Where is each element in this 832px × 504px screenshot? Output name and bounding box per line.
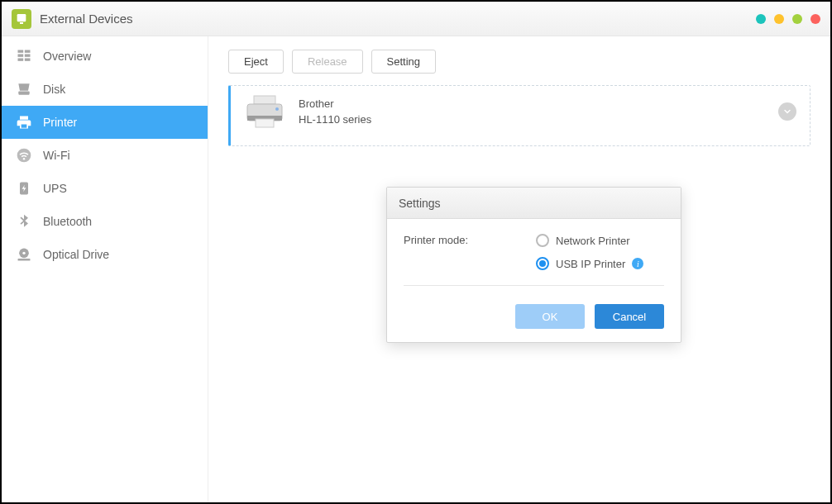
sidebar-item-overview[interactable]: Overview xyxy=(2,40,208,73)
svg-rect-7 xyxy=(25,59,31,61)
dialog-buttons: OK Cancel xyxy=(387,304,681,342)
printer-icon xyxy=(15,113,33,131)
sidebar-item-disk[interactable]: Disk xyxy=(2,73,208,106)
sidebar-item-label: Printer xyxy=(43,116,77,129)
sidebar-item-bluetooth[interactable]: Bluetooth xyxy=(2,205,208,238)
svg-rect-8 xyxy=(18,92,29,95)
wifi-icon xyxy=(15,146,33,164)
disk-icon xyxy=(15,80,33,98)
ok-button[interactable]: OK xyxy=(515,304,585,329)
radio-usb-ip-printer[interactable]: USB IP Printer i xyxy=(536,257,643,270)
device-text: Brother HL-1110 series xyxy=(299,97,778,126)
svg-point-14 xyxy=(22,252,25,254)
svg-rect-5 xyxy=(25,50,31,53)
bluetooth-icon xyxy=(15,212,33,231)
radio-icon xyxy=(536,257,549,270)
radio-label: Network Printer xyxy=(556,235,630,247)
sidebar-item-label: Disk xyxy=(43,83,65,96)
svg-rect-9 xyxy=(22,125,27,128)
device-card[interactable]: Brother HL-1110 series xyxy=(228,85,810,146)
svg-rect-6 xyxy=(25,55,31,57)
release-button[interactable]: Release xyxy=(292,50,363,74)
window-control-maximize[interactable] xyxy=(774,14,784,24)
svg-rect-16 xyxy=(254,96,275,104)
svg-rect-1 xyxy=(20,22,23,24)
dialog-body: Printer mode: Network Printer USB IP Pri… xyxy=(387,219,681,304)
sidebar-item-printer[interactable]: Printer xyxy=(2,106,208,139)
svg-rect-15 xyxy=(18,259,31,261)
app-window: External Devices Overview Disk Printer xyxy=(2,2,830,502)
overview-icon xyxy=(15,47,33,65)
svg-rect-2 xyxy=(18,50,24,53)
radio-network-printer[interactable]: Network Printer xyxy=(536,234,643,247)
svg-rect-0 xyxy=(17,14,26,21)
titlebar: External Devices xyxy=(2,2,830,36)
printer-mode-label: Printer mode: xyxy=(404,234,536,270)
radio-icon xyxy=(536,234,549,247)
window-control-fullscreen[interactable] xyxy=(792,14,802,24)
dialog-separator xyxy=(404,285,664,286)
window-controls xyxy=(756,14,820,24)
setting-button[interactable]: Setting xyxy=(371,50,436,74)
sidebar-item-wifi[interactable]: Wi-Fi xyxy=(2,139,208,172)
device-model: HL-1110 series xyxy=(299,113,778,126)
settings-dialog: Settings Printer mode: Network Printer U… xyxy=(386,187,681,343)
eject-button[interactable]: Eject xyxy=(228,50,284,74)
sidebar: Overview Disk Printer Wi-Fi UPS Bluetoot… xyxy=(2,36,208,502)
svg-rect-3 xyxy=(18,55,24,57)
printer-image-icon xyxy=(244,94,285,129)
sidebar-item-label: Overview xyxy=(43,50,91,63)
svg-rect-4 xyxy=(18,59,24,61)
sidebar-item-label: UPS xyxy=(43,182,67,195)
sidebar-item-label: Bluetooth xyxy=(43,215,92,228)
cancel-button[interactable]: Cancel xyxy=(595,304,664,329)
window-control-close[interactable] xyxy=(810,14,820,24)
device-name: Brother xyxy=(299,97,778,110)
printer-mode-radio-group: Network Printer USB IP Printer i xyxy=(536,234,643,270)
window-title: External Devices xyxy=(40,12,756,26)
window-control-minimize[interactable] xyxy=(756,14,766,24)
svg-point-11 xyxy=(23,158,26,160)
ups-icon xyxy=(15,179,33,197)
chevron-down-icon[interactable] xyxy=(778,102,796,121)
radio-label: USB IP Printer xyxy=(556,258,625,270)
sidebar-item-optical-drive[interactable]: Optical Drive xyxy=(2,238,208,271)
sidebar-item-label: Optical Drive xyxy=(43,248,109,261)
toolbar: Eject Release Setting xyxy=(228,50,810,74)
svg-point-20 xyxy=(275,107,279,111)
svg-rect-19 xyxy=(256,119,274,127)
sidebar-item-label: Wi-Fi xyxy=(43,149,70,162)
optical-drive-icon xyxy=(15,245,33,264)
sidebar-item-ups[interactable]: UPS xyxy=(2,172,208,205)
dialog-title: Settings xyxy=(387,188,681,219)
info-icon[interactable]: i xyxy=(632,258,643,269)
app-icon xyxy=(12,9,31,29)
